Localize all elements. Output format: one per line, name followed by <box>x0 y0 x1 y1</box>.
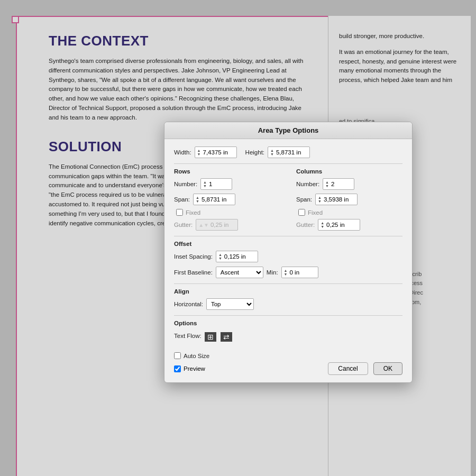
cols-number-stepper[interactable]: ▲ ▼ <box>325 180 329 188</box>
rows-columns-section: Rows Number: ▲ ▼ 1 Span: <box>174 168 402 231</box>
rows-span-input[interactable]: ▲ ▼ 5,8731 in <box>193 194 235 205</box>
rows-span-stepper[interactable]: ▲ ▼ <box>196 196 199 203</box>
rows-gutter-input: ▲▼ 0,25 in <box>196 219 238 231</box>
height-input[interactable]: ▲ ▼ 5,8731 in <box>268 147 310 158</box>
height-down-arrow[interactable]: ▼ <box>270 152 274 156</box>
inset-spacing-value: 0,125 in <box>224 253 246 260</box>
cols-gutter-stepper[interactable]: ▲ ▼ <box>321 221 324 228</box>
rows-span-value: 5,8731 in <box>202 196 226 203</box>
columns-col: Columns Number: ▲ ▼ 2 Span: <box>296 168 402 231</box>
text-flow-group: Text Flow: ⊞ ⇄ <box>174 330 402 342</box>
rows-gutter-row: Gutter: ▲▼ 0,25 in <box>174 219 280 231</box>
width-up-arrow[interactable]: ▲ <box>197 149 201 152</box>
inset-up[interactable]: ▲ <box>218 253 222 257</box>
cols-gutter-up[interactable]: ▲ <box>321 221 324 225</box>
first-baseline-row: First Baseline: Ascent Min: ▲ ▼ 0 in <box>174 267 402 278</box>
min-input[interactable]: ▲ ▼ 0 in <box>281 267 318 278</box>
cols-gutter-row: Gutter: ▲ ▼ 0,25 in <box>296 219 402 231</box>
cols-gutter-input[interactable]: ▲ ▼ 0,25 in <box>318 219 360 231</box>
height-value: 5,8731 in <box>276 149 301 155</box>
height-up-arrow[interactable]: ▲ <box>270 149 274 152</box>
align-section: Align Horizontal: Top <box>174 288 402 310</box>
min-stepper[interactable]: ▲ ▼ <box>284 269 288 276</box>
height-group: Height: ▲ ▼ 5,8731 in <box>245 147 310 158</box>
rows-number-group: Number: ▲ ▼ 1 <box>174 178 280 190</box>
offset-section: Offset Inset Spacing: ▲ ▼ 0,125 in First… <box>174 241 402 278</box>
cols-num-up[interactable]: ▲ <box>325 180 329 184</box>
rows-gutter-label: Gutter: <box>174 222 193 228</box>
columns-label: Columns <box>296 168 402 175</box>
min-up[interactable]: ▲ <box>284 269 288 272</box>
divider3 <box>174 283 402 284</box>
rows-span-up[interactable]: ▲ <box>196 196 199 199</box>
dialog-titlebar: Area Type Options <box>164 122 412 139</box>
cols-fixed-checkbox[interactable] <box>298 209 305 216</box>
width-label: Width: <box>174 149 191 155</box>
rows-fixed-label: Fixed <box>186 209 200 216</box>
first-baseline-label: First Baseline: <box>174 269 213 276</box>
inset-spacing-input[interactable]: ▲ ▼ 0,125 in <box>216 251 258 262</box>
cols-fixed-row: Fixed <box>298 209 402 216</box>
rows-fixed-checkbox[interactable] <box>176 209 183 216</box>
height-label: Height: <box>245 149 264 155</box>
divider4 <box>174 315 402 316</box>
preview-buttons-row: Preview Cancel OK <box>164 361 412 375</box>
rows-number-value: 1 <box>209 181 212 187</box>
text-flow-icons: ⊞ ⇄ <box>205 332 232 342</box>
rows-col: Rows Number: ▲ ▼ 1 Span: <box>174 168 280 231</box>
offset-label: Offset <box>174 241 402 247</box>
horizontal-select[interactable]: Top <box>206 298 254 310</box>
document-area: THE CONTEXT Synthego's team comprised di… <box>0 0 476 476</box>
rows-num-up[interactable]: ▲ <box>203 180 207 184</box>
rows-fixed-row: Fixed <box>176 209 280 216</box>
rows-gutter-value: 0,25 in <box>210 222 229 228</box>
min-label: Min: <box>267 269 278 276</box>
cols-span-up[interactable]: ▲ <box>318 196 322 199</box>
rows-span-label: Span: <box>174 196 190 203</box>
rows-span-down[interactable]: ▼ <box>196 199 199 203</box>
cols-span-group: Span: ▲ ▼ 3,5938 in <box>296 194 402 205</box>
auto-size-checkbox2[interactable] <box>174 352 181 359</box>
cols-span-stepper[interactable]: ▲ ▼ <box>318 196 322 203</box>
cols-span-down[interactable]: ▼ <box>318 199 322 203</box>
min-value: 0 in <box>290 269 300 276</box>
first-baseline-select[interactable]: Ascent <box>216 267 263 278</box>
width-value: 7,4375 in <box>203 149 228 155</box>
width-input[interactable]: ▲ ▼ 7,4375 in <box>195 147 237 158</box>
cols-number-input[interactable]: ▲ ▼ 2 <box>323 178 354 190</box>
cols-number-group: Number: ▲ ▼ 2 <box>296 178 402 190</box>
text-flow-label: Text Flow: <box>174 333 202 339</box>
preview-checkbox[interactable] <box>174 365 181 372</box>
rows-label: Rows <box>174 168 280 175</box>
width-height-row: Width: ▲ ▼ 7,4375 in Height: ▲ ▼ <box>174 147 402 158</box>
inset-spacing-group: Inset Spacing: ▲ ▼ 0,125 in <box>174 251 402 262</box>
cancel-button[interactable]: Cancel <box>328 362 368 375</box>
horizontal-group: Horizontal: Top <box>174 298 402 310</box>
min-down[interactable]: ▼ <box>284 272 288 276</box>
width-down-arrow[interactable]: ▼ <box>197 152 201 156</box>
height-stepper[interactable]: ▲ ▼ <box>270 149 274 156</box>
align-label: Align <box>174 288 402 295</box>
options-section: Options Text Flow: ⊞ ⇄ <box>174 320 402 342</box>
dialog-buttons: Cancel OK <box>328 362 402 375</box>
cols-gutter-label: Gutter: <box>296 222 315 228</box>
inset-stepper[interactable]: ▲ ▼ <box>218 253 222 260</box>
cols-span-value: 3,5938 in <box>324 196 349 203</box>
ok-button[interactable]: OK <box>373 362 402 375</box>
auto-size-label: Auto Size <box>184 353 209 359</box>
preview-label: Preview <box>184 365 205 372</box>
flow-icon-cols[interactable]: ⇄ <box>221 332 232 342</box>
area-type-options-dialog: Area Type Options Width: ▲ ▼ 7,4375 in <box>164 122 413 383</box>
cols-num-down[interactable]: ▼ <box>325 184 329 188</box>
width-stepper[interactable]: ▲ ▼ <box>197 149 201 156</box>
cols-gutter-down[interactable]: ▼ <box>321 225 324 228</box>
divider1 <box>174 163 402 164</box>
flow-icon-rows[interactable]: ⊞ <box>205 332 216 342</box>
cols-span-input[interactable]: ▲ ▼ 3,5938 in <box>315 194 358 205</box>
divider2 <box>174 236 402 236</box>
rows-number-stepper[interactable]: ▲ ▼ <box>203 180 207 188</box>
inset-down[interactable]: ▼ <box>218 257 222 260</box>
dialog-title: Area Type Options <box>258 126 319 134</box>
rows-number-input[interactable]: ▲ ▼ 1 <box>200 178 232 190</box>
rows-num-down[interactable]: ▼ <box>203 184 207 188</box>
